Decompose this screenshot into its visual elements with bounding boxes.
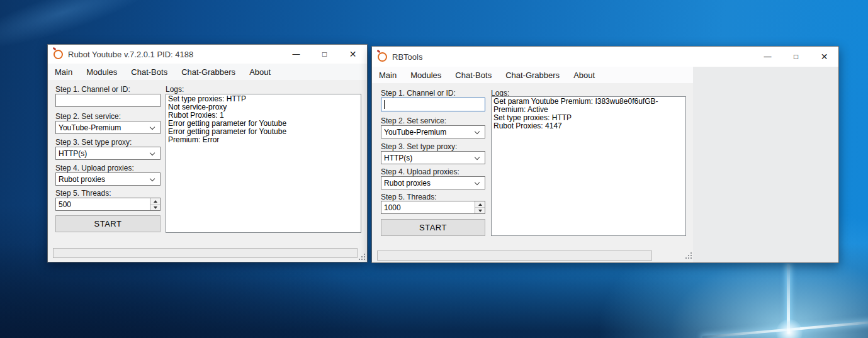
spin-up-icon bbox=[154, 200, 157, 203]
menu-item-chat-bots[interactable]: Chat-Bots bbox=[448, 70, 499, 80]
wallpaper-beam-glow bbox=[776, 319, 803, 338]
menu-item-about[interactable]: About bbox=[242, 67, 278, 77]
logs-textarea[interactable]: Get param Youtube Premium: I383wu8e0f6uf… bbox=[491, 96, 686, 236]
maximize-button[interactable]: □ bbox=[310, 45, 339, 64]
close-icon: ✕ bbox=[349, 49, 357, 59]
threads-stepper[interactable]: 500 bbox=[55, 198, 161, 211]
threads-label: Step 5. Threads: bbox=[381, 193, 437, 201]
menu-item-modules[interactable]: Modules bbox=[403, 70, 448, 80]
app-logo-icon bbox=[378, 52, 387, 62]
close-button[interactable]: ✕ bbox=[339, 45, 367, 64]
service-selected-value: YouTube-Premium bbox=[59, 123, 121, 132]
minimize-button[interactable]: — bbox=[282, 45, 310, 64]
progress-bar bbox=[53, 248, 358, 258]
menu-item-main[interactable]: Main bbox=[48, 67, 79, 77]
text-caret bbox=[384, 100, 385, 109]
window-title: Rubot Youtube v.7.2.0.1 PID: 4188 bbox=[68, 50, 193, 59]
app-logo-icon bbox=[54, 50, 63, 59]
service-label: Step 2. Set service: bbox=[381, 116, 446, 125]
minimize-icon: — bbox=[293, 50, 300, 59]
channel-input[interactable] bbox=[381, 98, 485, 111]
form-area: Step 1. Channel or ID: Step 2. Set servi… bbox=[372, 83, 693, 262]
upload-proxies-select[interactable]: Rubot proxies bbox=[55, 172, 161, 186]
resize-grip[interactable] bbox=[358, 253, 365, 260]
chevron-down-icon bbox=[150, 176, 155, 181]
start-button[interactable]: START bbox=[55, 215, 161, 232]
chevron-down-icon bbox=[150, 150, 155, 155]
resize-grip[interactable] bbox=[685, 252, 692, 259]
proxy-type-select[interactable]: HTTP(s) bbox=[55, 147, 161, 160]
upload-proxies-selected-value: Rubot proxies bbox=[384, 179, 431, 188]
upload-proxies-label: Step 4. Upload proxies: bbox=[55, 164, 134, 172]
logs-label: Logs: bbox=[166, 85, 184, 94]
proxy-type-label: Step 3. Set type proxy: bbox=[55, 138, 132, 147]
desktop-wallpaper: Rubot Youtube v.7.2.0.1 PID: 4188 — □ ✕ … bbox=[0, 0, 868, 338]
window-empty-area bbox=[693, 67, 838, 262]
chevron-down-icon bbox=[475, 180, 480, 185]
progress-bar bbox=[377, 251, 652, 261]
channel-label: Step 1. Channel or ID: bbox=[381, 89, 456, 98]
service-select[interactable]: YouTube-Premium bbox=[55, 121, 161, 134]
menu-item-chat-grabbers[interactable]: Chat-Grabbers bbox=[499, 70, 566, 80]
rbtools-window: RBTools — □ ✕ Main Modules Chat-Bots Cha… bbox=[371, 46, 839, 263]
threads-decrement-button[interactable] bbox=[150, 205, 160, 210]
menu-bar: Main Modules Chat-Bots Chat-Grabbers Abo… bbox=[48, 64, 367, 80]
titlebar[interactable]: Rubot Youtube v.7.2.0.1 PID: 4188 — □ ✕ bbox=[48, 45, 367, 64]
chevron-down-icon bbox=[475, 129, 480, 134]
threads-increment-button[interactable] bbox=[475, 201, 485, 208]
menu-item-chat-bots[interactable]: Chat-Bots bbox=[124, 67, 174, 77]
maximize-button[interactable]: □ bbox=[782, 47, 810, 67]
menu-item-about[interactable]: About bbox=[566, 70, 602, 80]
channel-input[interactable] bbox=[55, 94, 161, 107]
maximize-icon: □ bbox=[794, 52, 798, 61]
proxy-type-label: Step 3. Set type proxy: bbox=[381, 142, 457, 151]
threads-increment-button[interactable] bbox=[150, 198, 160, 205]
threads-stepper[interactable]: 1000 bbox=[381, 201, 485, 214]
spin-down-icon bbox=[478, 210, 482, 212]
chevron-down-icon bbox=[475, 155, 480, 160]
start-button[interactable]: START bbox=[381, 219, 485, 236]
service-select[interactable]: YouTube-Premium bbox=[381, 125, 485, 138]
menu-item-main[interactable]: Main bbox=[372, 70, 403, 80]
upload-proxies-select[interactable]: Rubot proxies bbox=[381, 176, 485, 189]
menu-item-modules[interactable]: Modules bbox=[79, 67, 124, 77]
window-title: RBTools bbox=[392, 52, 422, 62]
service-selected-value: YouTube-Premium bbox=[384, 128, 446, 137]
rubot-youtube-window: Rubot Youtube v.7.2.0.1 PID: 4188 — □ ✕ … bbox=[47, 44, 368, 262]
service-label: Step 2. Set service: bbox=[55, 112, 121, 121]
minimize-icon: — bbox=[764, 52, 772, 61]
minimize-button[interactable]: — bbox=[753, 47, 782, 67]
spinner bbox=[150, 198, 160, 210]
threads-label: Step 5. Threads: bbox=[55, 189, 111, 198]
upload-proxies-selected-value: Rubot proxies bbox=[59, 175, 105, 184]
spin-up-icon bbox=[478, 203, 482, 206]
proxy-type-selected-value: HTTP(s) bbox=[384, 154, 412, 162]
proxy-type-select[interactable]: HTTP(s) bbox=[381, 151, 485, 164]
chevron-down-icon bbox=[150, 125, 155, 130]
titlebar[interactable]: RBTools — □ ✕ bbox=[372, 47, 838, 67]
close-button[interactable]: ✕ bbox=[810, 47, 838, 67]
logs-textarea[interactable]: Set type proxies: HTTP Not service-proxy… bbox=[166, 94, 361, 233]
menu-bar: Main Modules Chat-Bots Chat-Grabbers Abo… bbox=[372, 67, 693, 83]
upload-proxies-label: Step 4. Upload proxies: bbox=[381, 167, 459, 176]
threads-decrement-button[interactable] bbox=[475, 208, 485, 213]
threads-value: 1000 bbox=[384, 203, 401, 212]
threads-value: 500 bbox=[59, 200, 71, 209]
spinner bbox=[475, 201, 485, 213]
spin-down-icon bbox=[154, 206, 157, 209]
proxy-type-selected-value: HTTP(s) bbox=[59, 149, 87, 158]
log-line: Rubot Proxies: 4147 bbox=[493, 122, 684, 130]
form-area: Step 1. Channel or ID: Step 2. Set servi… bbox=[48, 80, 367, 262]
close-icon: ✕ bbox=[821, 52, 828, 62]
menu-item-chat-grabbers[interactable]: Chat-Grabbers bbox=[174, 67, 242, 77]
log-line: Premium: Error bbox=[168, 136, 359, 144]
maximize-icon: □ bbox=[322, 50, 327, 59]
channel-label: Step 1. Channel or ID: bbox=[55, 85, 130, 94]
